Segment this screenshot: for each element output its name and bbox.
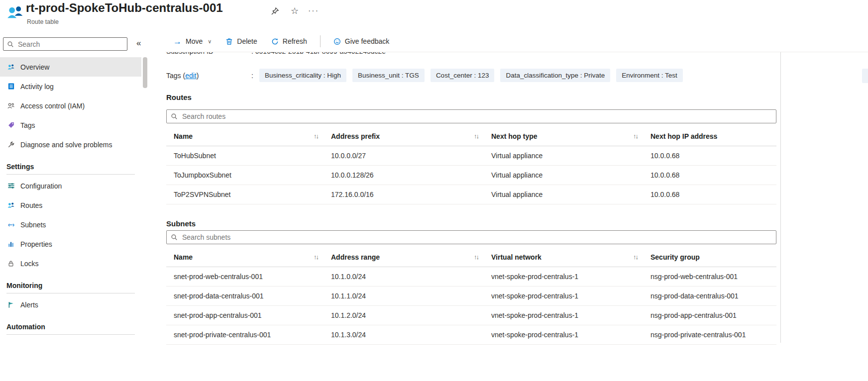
sidebar-item-alerts[interactable]: Alerts	[0, 295, 141, 314]
tags-label-text: Tags (	[166, 72, 185, 80]
subnets-col-name: Name ↑↓	[166, 253, 331, 261]
subnet-row[interactable]: snet-prod-data-centralus-001 10.1.1.0/24…	[166, 286, 776, 306]
sidebar-item-overview[interactable]: Overview	[0, 57, 141, 77]
tag-pill-clipped[interactable]	[862, 69, 868, 83]
delete-label: Delete	[237, 37, 257, 45]
pin-button[interactable]	[268, 4, 282, 18]
route-row[interactable]: ToHubSubnet 10.0.0.0/27 Virtual applianc…	[166, 146, 776, 166]
subnet-virtual-network: vnet-spoke-prod-centralus-1	[491, 273, 651, 281]
delete-button[interactable]: Delete	[219, 31, 263, 52]
route-next-hop-ip: 10.0.0.68	[651, 152, 776, 160]
move-button[interactable]: → Move ∨	[167, 31, 217, 52]
sidebar-section-settings: Settings	[0, 154, 141, 174]
sort-icon[interactable]: ↑↓	[633, 253, 638, 261]
sidebar-item-locks[interactable]: Locks	[0, 254, 141, 273]
alert-flag-icon	[6, 301, 15, 309]
tag-pill[interactable]: Cost_center : 123	[431, 69, 495, 82]
sort-icon[interactable]: ↑↓	[633, 132, 638, 140]
routes-col-address-prefix: Address prefix ↑↓	[331, 132, 491, 140]
azure-portal-route-table-page: rt-prod-SpokeToHub-centralus-001 Route t…	[0, 0, 868, 381]
subnets-table-header: Name ↑↓ Address range ↑↓ Virtual network…	[166, 247, 776, 267]
give-feedback-label: Give feedback	[345, 37, 390, 45]
refresh-button[interactable]: Refresh	[265, 31, 313, 52]
route-next-hop-ip: 10.0.0.68	[651, 190, 776, 198]
ellipsis-icon: ···	[308, 6, 319, 15]
overview-content-pane: Subscription ID : 05104c02-251b-41bf-869…	[165, 52, 868, 381]
search-icon	[171, 113, 178, 120]
chevron-down-icon: ∨	[208, 38, 212, 45]
sidebar-collapse-button[interactable]: «	[133, 38, 144, 49]
sidebar-search-input[interactable]	[17, 40, 123, 49]
sidebar-item-label: Alerts	[20, 301, 38, 309]
search-icon	[171, 234, 178, 241]
subnet-virtual-network: vnet-spoke-prod-centralus-1	[491, 311, 651, 319]
route-row[interactable]: ToJumpboxSubnet 10.0.0.128/26 Virtual ap…	[166, 166, 776, 185]
subnet-name: snet-prod-app-centralus-001	[166, 311, 331, 319]
tags-label-close: )	[197, 72, 199, 80]
lock-icon	[6, 260, 15, 268]
sidebar-item-properties[interactable]: Properties	[0, 234, 141, 254]
subnets-search-box[interactable]	[166, 230, 776, 244]
tag-pill[interactable]: Data_classification_type : Private	[500, 69, 610, 82]
sidebar-search-box[interactable]	[3, 37, 127, 51]
column-label: Next hop IP address	[651, 132, 717, 140]
routes-search-box[interactable]	[166, 109, 776, 123]
route-row[interactable]: ToP2SVPNSubnet 172.16.0.0/16 Virtual app…	[166, 185, 776, 204]
sidebar-divider	[6, 334, 135, 335]
more-options-button[interactable]: ···	[307, 4, 321, 18]
route-address-prefix: 10.0.0.0/27	[331, 152, 491, 160]
sidebar-item-configuration[interactable]: Configuration	[0, 176, 141, 195]
subnet-row[interactable]: snet-prod-app-centralus-001 10.1.2.0/24 …	[166, 306, 776, 325]
sidebar-item-routes[interactable]: Routes	[0, 195, 141, 215]
subscription-id-value: : 05104c02-251b-41bf-8699-a5402245dc2e	[251, 52, 386, 55]
page-header: rt-prod-SpokeToHub-centralus-001 Route t…	[0, 0, 868, 31]
sidebar-divider	[6, 174, 135, 175]
tag-pill[interactable]: Environment : Test	[616, 69, 683, 82]
subnet-security-group: nsg-prod-web-centralus-001	[651, 273, 776, 281]
subscription-id-label: Subscription ID	[166, 52, 251, 55]
tags-label: Tags (edit)	[166, 72, 251, 80]
column-label: Name	[174, 132, 193, 140]
content-scrollbar-track[interactable]	[780, 52, 781, 343]
sidebar-item-tags[interactable]: Tags	[0, 115, 141, 135]
subnet-row[interactable]: snet-prod-web-centralus-001 10.1.0.0/24 …	[166, 267, 776, 286]
route-next-hop-type: Virtual appliance	[491, 152, 651, 160]
sidebar-item-diagnose[interactable]: Diagnose and solve problems	[0, 135, 141, 154]
column-label: Next hop type	[491, 132, 538, 140]
access-control-icon	[6, 102, 15, 110]
routes-search-input[interactable]	[181, 112, 772, 121]
favorite-star-button[interactable]: ☆	[288, 4, 302, 18]
sidebar-item-access-control[interactable]: Access control (IAM)	[0, 96, 141, 115]
subscription-id-row: Subscription ID : 05104c02-251b-41bf-869…	[166, 52, 386, 55]
move-label: Move	[186, 37, 203, 45]
subnets-search-input[interactable]	[181, 233, 772, 242]
sidebar-item-label: Diagnose and solve problems	[20, 141, 112, 149]
sort-icon[interactable]: ↑↓	[314, 253, 318, 261]
tag-pill[interactable]: Business_unit : TGS	[352, 69, 425, 82]
sidebar-item-subnets[interactable]: ‹··› Subnets	[0, 215, 141, 234]
subnets-icon: ‹··›	[6, 221, 15, 229]
sidebar-item-label: Access control (IAM)	[20, 102, 85, 110]
tags-edit-link[interactable]: edit	[185, 72, 197, 80]
sort-icon[interactable]: ↑↓	[474, 132, 478, 140]
subnet-virtual-network: vnet-spoke-prod-centralus-1	[491, 292, 651, 300]
sidebar-item-activity-log[interactable]: Activity log	[0, 77, 141, 96]
sidebar-section-automation: Automation	[0, 314, 141, 334]
subnet-address-range: 10.1.0.0/24	[331, 273, 491, 281]
subnet-security-group: nsg-prod-private-centralus-001	[651, 331, 776, 339]
sidebar-item-label: Tags	[20, 121, 35, 129]
subnet-address-range: 10.1.1.0/24	[331, 292, 491, 300]
sidebar-item-label: Configuration	[20, 182, 62, 190]
sidebar-scrollbar-thumb[interactable]	[143, 57, 147, 88]
subnets-col-address-range: Address range ↑↓	[331, 253, 491, 261]
tags-row: Tags (edit) : Business_criticality : Hig…	[166, 69, 683, 82]
sidebar-divider	[6, 293, 135, 293]
tag-pill[interactable]: Business_criticality : High	[259, 69, 346, 82]
sort-icon[interactable]: ↑↓	[314, 132, 318, 140]
sort-icon[interactable]: ↑↓	[474, 253, 478, 261]
give-feedback-button[interactable]: Give feedback	[327, 31, 396, 52]
resource-menu: Overview Activity log	[0, 57, 141, 336]
routes-col-next-hop-type: Next hop type ↑↓	[491, 132, 651, 140]
subnet-row[interactable]: snet-prod-private-centralus-001 10.1.3.0…	[166, 325, 776, 345]
subnet-name: snet-prod-data-centralus-001	[166, 292, 331, 300]
